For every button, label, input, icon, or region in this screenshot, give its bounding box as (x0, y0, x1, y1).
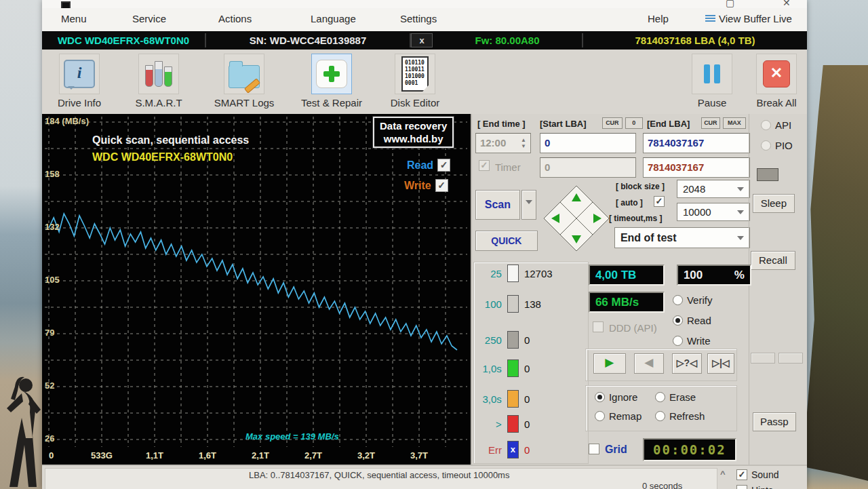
menu-item-actions[interactable]: Actions (218, 13, 252, 24)
chevron-down-icon (737, 210, 744, 218)
binary-page-icon: 010110 110011 101000 0001 (401, 56, 429, 92)
erase-radio[interactable] (655, 392, 665, 402)
log-scroll-up-button[interactable]: ^ (720, 469, 726, 479)
log-box[interactable]: LBA: 0..7814037167, QUICK, sequential ac… (45, 468, 717, 489)
sound-checkbox[interactable] (736, 469, 747, 480)
pause-button[interactable]: Pause (684, 54, 741, 109)
chevron-down-icon (526, 200, 532, 208)
swatch-3s (507, 390, 519, 408)
seek-end-button[interactable]: ▷|◁ (707, 353, 734, 374)
list-lines-icon (705, 15, 715, 23)
grid-checkbox[interactable] (589, 444, 599, 454)
write-checkbox[interactable]: ✓ (435, 179, 448, 192)
drive-tab-bar: WDC WD40EFRX-68WT0N0 SN: WD-WCC4E0139887… (42, 31, 807, 50)
quick-button[interactable]: QUICK (475, 231, 538, 251)
remap-radio[interactable] (595, 411, 605, 421)
drive-model[interactable]: WDC WD40EFRX-68WT0N0 (42, 33, 206, 47)
break-all-button[interactable]: ✕ Break All (747, 54, 806, 109)
window-icon (61, 1, 71, 8)
api-radio[interactable] (761, 120, 771, 130)
stat-row-1s: 1,0s0 (477, 359, 530, 377)
drive-tab-close-button[interactable]: x (411, 33, 433, 47)
scan-button[interactable]: Scan (475, 190, 520, 220)
swatch-250ms (507, 331, 519, 349)
end-lba-field[interactable]: 7814037167 (643, 133, 750, 153)
start-lba-field[interactable]: 0 (540, 133, 636, 153)
disabled-small-button-1 (751, 353, 775, 364)
swatch-25ms (507, 265, 519, 282)
step-back-button[interactable]: ◀ (634, 353, 664, 374)
close-button[interactable]: ✕ (783, 0, 791, 8)
block-size-dropdown[interactable]: 2048 (677, 180, 750, 198)
menu-item-language[interactable]: Language (311, 13, 356, 24)
wallpaper-cliff (806, 65, 868, 489)
swatch-100ms (507, 295, 519, 313)
blank-indicator-button[interactable] (757, 168, 778, 181)
maximize-button[interactable]: ▢ (726, 0, 734, 8)
drive-firmware: Fw: 80.00A80 (433, 33, 583, 47)
verify-radio[interactable] (673, 295, 683, 305)
end-lba-cur-button[interactable]: CUR (701, 117, 720, 129)
end-lba-field-2[interactable]: 7814037167 (643, 157, 750, 178)
drive-info-button[interactable]: i Drive Info (47, 54, 111, 109)
seek-dpad[interactable] (542, 184, 610, 252)
refresh-radio[interactable] (655, 411, 665, 421)
test-control-panel: [ End time ] [Start LBA] CUR 0 [End LBA]… (472, 114, 807, 465)
current-speed-display: 66 MB/s (589, 292, 665, 313)
write-radio[interactable] (673, 336, 683, 346)
disk-editor-button[interactable]: 010110 110011 101000 0001 Disk Editor (381, 54, 449, 109)
stat-row-25ms: 2512703 (477, 265, 553, 282)
read-speed-curve (49, 214, 457, 350)
read-checkbox[interactable]: ✓ (437, 159, 450, 172)
ddd-api-checkbox[interactable] (593, 321, 604, 332)
first-aid-cross-icon (316, 60, 347, 88)
log-line-2: 0 seconds (642, 481, 682, 489)
timer-label: Timer (495, 161, 521, 173)
recall-button[interactable]: Recall (751, 251, 795, 270)
smart-button[interactable]: S.M.A.R.T (126, 54, 191, 109)
timer-value-field[interactable]: 0 (540, 157, 636, 178)
seek-question-button[interactable]: ▷?◁ (672, 353, 702, 374)
window-titlebar: ▢ ✕ (42, 0, 807, 8)
ignore-radio[interactable] (595, 392, 605, 402)
sleep-button[interactable]: Sleep (753, 194, 795, 213)
log-line-1: LBA: 0..7814037167, QUICK, sequential ac… (249, 470, 509, 480)
menu-item-settings[interactable]: Settings (400, 13, 437, 24)
swatch-over (507, 415, 519, 433)
drive-capacity: 7814037168 LBA (4,0 TB) (583, 33, 807, 47)
end-lba-max-button[interactable]: MAX (723, 117, 746, 129)
ddd-api-label: DDD (API) (609, 322, 657, 334)
start-scan-button[interactable]: ▶ (593, 353, 626, 374)
smart-logs-button[interactable]: SMART Logs (209, 54, 279, 109)
scan-dropdown-button[interactable] (521, 190, 536, 220)
start-lba-cur-button[interactable]: CUR (602, 117, 623, 129)
hints-checkbox[interactable] (736, 485, 747, 489)
stat-row-100ms: 100138 (477, 295, 541, 313)
auto-checkbox[interactable] (654, 196, 665, 207)
end-time-spinner[interactable]: 12:00 ▲▼ (475, 133, 531, 153)
read-radio[interactable] (673, 315, 683, 326)
timeout-dropdown[interactable]: 10000 (677, 203, 750, 221)
pause-icon (704, 64, 720, 83)
pio-radio[interactable] (761, 140, 771, 151)
view-buffer-live-button[interactable]: View Buffer Live (705, 13, 792, 24)
chevron-down-icon (737, 236, 744, 243)
end-time-label: [ End time ] (477, 119, 526, 129)
end-lba-label: [End LBA] (647, 119, 690, 129)
passp-button[interactable]: Passp (753, 412, 796, 431)
timeout-label: [ timeout,ms ] (609, 214, 663, 223)
menu-item-help[interactable]: Help (648, 13, 669, 24)
menu-item-service[interactable]: Service (132, 13, 166, 24)
swatch-1s (507, 359, 519, 377)
timer-checkbox[interactable] (479, 160, 490, 171)
chevron-down-icon (737, 187, 744, 195)
spinner-arrows-icon[interactable]: ▲▼ (521, 137, 526, 149)
test-repair-button[interactable]: Test & Repair (292, 54, 372, 109)
stat-row-err: Errx0 (477, 441, 530, 458)
drive-serial: SN: WD-WCC4E0139887 (206, 33, 411, 47)
start-lba-zero-button[interactable]: 0 (625, 117, 643, 129)
menu-item-menu[interactable]: Menu (61, 13, 87, 24)
end-of-test-dropdown[interactable]: End of test (614, 227, 750, 248)
swatch-err: x (507, 441, 519, 458)
write-legend-label: Write (404, 180, 431, 192)
